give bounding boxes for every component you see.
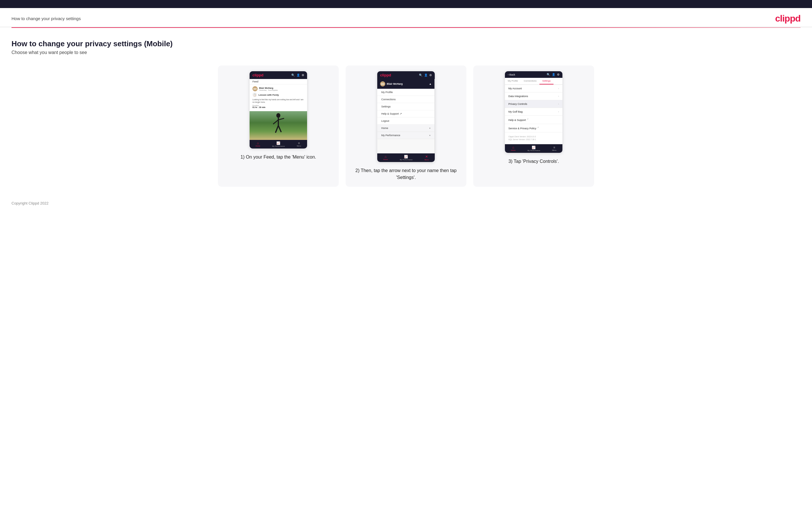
duration-val: 01 hr : 30 min	[252, 106, 304, 108]
menu-close-label: Menu	[424, 159, 429, 161]
close-icon: ✕	[425, 155, 428, 159]
lesson-title: Lesson with Fordy	[258, 94, 279, 96]
home-tab-2[interactable]: ⌂ Home	[383, 155, 388, 161]
home-label-3: Home	[511, 149, 515, 151]
phone2-topbar: clippd 🔍 👤 ⚙	[377, 71, 435, 79]
menu-icon-3: ≡	[553, 146, 555, 149]
chevron-right-data: ›	[558, 95, 559, 98]
step-3-label: 3) Tap 'Privacy Controls'.	[508, 158, 559, 165]
home-label: Home	[256, 145, 260, 147]
performance-tab-2[interactable]: 📈 My Performance	[400, 155, 412, 161]
dropdown-overlay: BM Blair McHarg ▲ My Profile Connections…	[377, 79, 435, 153]
dropdown-section: Home ▾ My Performance ▾	[377, 125, 435, 139]
section-home[interactable]: Home ▾	[377, 125, 435, 132]
menu-item-my-profile[interactable]: My Profile	[377, 89, 435, 96]
page-subtitle: Choose what you want people to see	[11, 50, 801, 55]
section-performance-label: My Performance	[381, 134, 400, 137]
data-integrations-label: Data Integrations	[508, 95, 528, 98]
tab-connections[interactable]: Connections	[521, 78, 540, 84]
golfer-svg	[270, 113, 287, 137]
settings-service-privacy[interactable]: Service & Privacy Policy ↗	[505, 124, 562, 132]
home-tab[interactable]: ⌂ Home	[256, 141, 260, 147]
settings-icon-2: ⚙	[429, 73, 432, 77]
performance-label: My Performance	[272, 145, 285, 147]
menu-icon: ≡	[298, 141, 300, 145]
chevron-right-privacy: ›	[558, 103, 559, 105]
phone3-tabs: My Profile Connections Settings	[505, 78, 562, 85]
menu-item-settings[interactable]: Settings	[377, 103, 435, 110]
footer: Copyright Clippd 2022	[0, 192, 812, 211]
svg-point-0	[276, 113, 281, 118]
section-performance[interactable]: My Performance ▾	[377, 132, 435, 139]
home-label-2: Home	[383, 159, 388, 160]
user-icon-2: 👤	[424, 73, 427, 77]
tab-my-profile[interactable]: My Profile	[505, 78, 521, 84]
phone-mockup-3: ‹ Back 🔍 👤 ⚙ My Profile Connections Sett…	[505, 71, 562, 153]
menu-item-connections[interactable]: Connections	[377, 96, 435, 103]
phone2-icons: 🔍 👤 ⚙	[419, 73, 432, 77]
tab-settings[interactable]: Settings	[540, 78, 554, 84]
search-icon-2: 🔍	[419, 73, 422, 77]
step-1-label: 1) On your Feed, tap the 'Menu' icon.	[240, 154, 316, 161]
user-icon: 👤	[297, 73, 300, 77]
svg-line-5	[278, 125, 281, 132]
dropdown-username: Blair McHarg	[387, 82, 403, 85]
settings-my-golf-bag[interactable]: My Golf Bag ›	[505, 108, 562, 116]
menu-item-logout[interactable]: Logout	[377, 117, 435, 125]
top-bar	[0, 0, 812, 8]
client-version: Clippd Client Version: 2022.8.3-3	[508, 135, 559, 138]
chevron-up-icon: ▲	[429, 82, 432, 85]
home-tab-3[interactable]: ⌂ Home	[511, 146, 515, 151]
version-info: Clippd Client Version: 2022.8.3-3 GQL Se…	[505, 132, 562, 144]
chevron-down-icon-2: ▾	[429, 134, 430, 137]
logo: clippd	[775, 13, 801, 24]
section-home-label: Home	[381, 127, 388, 129]
chevron-right-golf: ›	[558, 110, 559, 113]
svg-line-2	[273, 120, 278, 124]
phone3-topbar: ‹ Back 🔍 👤 ⚙	[505, 71, 562, 78]
user-icon-3: 👤	[552, 73, 555, 76]
lesson-icon: 📋	[252, 93, 257, 97]
phone2-bottombar: ⌂ Home 📈 My Performance ✕ Menu	[377, 153, 435, 162]
settings-data-integrations[interactable]: Data Integrations ›	[505, 93, 562, 100]
phone-mockup-1: clippd 🔍 👤 ⚙ Feed BM Blair McHarg	[250, 71, 307, 149]
settings-my-account[interactable]: My Account ›	[505, 85, 562, 93]
dropdown-avatar: BM	[380, 81, 385, 87]
main-content: How to change your privacy settings (Mob…	[0, 28, 812, 192]
menu-tab[interactable]: ≡ Menu	[297, 141, 301, 147]
phone3-bottombar: ⌂ Home 📈 My Performance ≡ Menu	[505, 144, 562, 153]
menu-tab-3[interactable]: ≡ Menu	[552, 146, 556, 151]
service-privacy-label: Service & Privacy Policy ↗	[508, 126, 539, 130]
performance-tab[interactable]: 📈 My Performance	[272, 141, 285, 147]
chevron-down-icon: ▾	[429, 127, 430, 129]
step-3-card: ‹ Back 🔍 👤 ⚙ My Profile Connections Sett…	[473, 65, 594, 187]
menu-close-btn[interactable]: ✕ Menu	[424, 155, 429, 161]
home-icon: ⌂	[257, 141, 259, 145]
phone1-bottombar: ⌂ Home 📈 My Performance ≡ Menu	[250, 140, 307, 149]
copyright-text: Copyright Clippd 2022	[11, 201, 49, 206]
search-icon-3: 🔍	[547, 73, 550, 76]
phone3-icons: 🔍 👤 ⚙	[547, 73, 560, 76]
performance-tab-3[interactable]: 📈 My Performance	[527, 146, 540, 151]
help-support-label: Help & Support ↗	[508, 118, 528, 121]
dropdown-user-row: BM Blair McHarg ▲	[377, 79, 435, 89]
svg-line-4	[275, 125, 278, 133]
step-2-label: 2) Then, tap the arrow next to your name…	[351, 167, 461, 181]
svg-line-3	[278, 118, 284, 120]
my-golf-bag-label: My Golf Bag	[508, 110, 523, 113]
feed-tab: Feed	[250, 79, 307, 84]
performance-icon-2: 📈	[404, 155, 408, 159]
home-icon-2: ⌂	[385, 155, 387, 158]
post-desc: Looking to feel like my hands are exitin…	[252, 98, 304, 103]
performance-label-3: My Performance	[527, 150, 540, 151]
settings-help-support[interactable]: Help & Support ↗	[505, 116, 562, 124]
phone1-topbar: clippd 🔍 👤 ⚙	[250, 71, 307, 79]
menu-item-help[interactable]: Help & Support ↗	[377, 110, 435, 117]
settings-icon: ⚙	[302, 73, 304, 77]
phone-mockup-2: clippd 🔍 👤 ⚙ BM Blair McHarg	[377, 71, 435, 162]
phone1-icons: 🔍 👤 ⚙	[291, 73, 304, 77]
steps-container: clippd 🔍 👤 ⚙ Feed BM Blair McHarg	[11, 65, 801, 187]
home-icon-3: ⌂	[512, 146, 514, 149]
settings-privacy-controls[interactable]: Privacy Controls ›	[505, 100, 562, 108]
back-button[interactable]: ‹ Back	[508, 73, 515, 76]
